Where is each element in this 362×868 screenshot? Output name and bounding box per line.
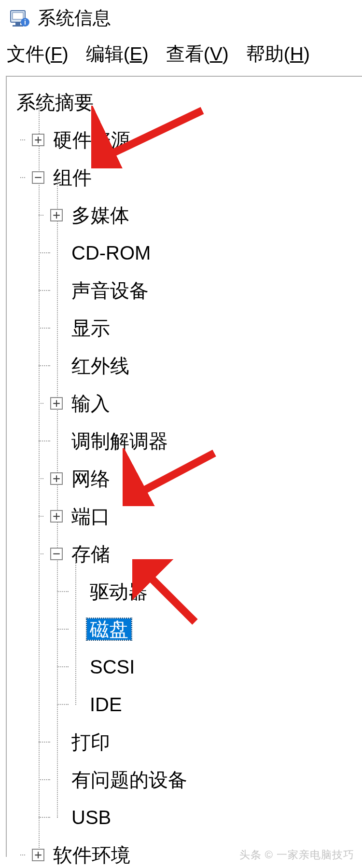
menu-bar: 文件(F) 编辑(E) 查看(V) 帮助(H) bbox=[0, 34, 362, 76]
expand-icon[interactable] bbox=[50, 397, 63, 410]
tree-node-infrared: 红外线 bbox=[50, 347, 362, 385]
svg-rect-1 bbox=[13, 13, 23, 19]
svg-text:i: i bbox=[24, 18, 26, 26]
tree-label-scsi: SCSI bbox=[87, 656, 138, 677]
tree-node-scsi: SCSI bbox=[69, 648, 362, 686]
tree-label-problem-devices: 有问题的设备 bbox=[69, 769, 190, 790]
tree-node-ports: 端口 bbox=[50, 497, 362, 535]
collapse-icon[interactable] bbox=[50, 548, 63, 560]
tree-node-printing: 打印 bbox=[50, 723, 362, 761]
tree-label-printing: 打印 bbox=[69, 731, 113, 753]
tree-label-ports: 端口 bbox=[69, 506, 113, 527]
expand-icon[interactable] bbox=[32, 849, 44, 861]
tree-label-ide: IDE bbox=[87, 694, 125, 715]
menu-edit[interactable]: 编辑(E) bbox=[86, 41, 149, 67]
tree-node-multimedia: 多媒体 bbox=[50, 196, 362, 234]
tree-label-hardware: 硬件资源 bbox=[50, 129, 133, 151]
tree-label-disks: 磁盘 bbox=[87, 619, 131, 640]
menu-file[interactable]: 文件(F) bbox=[7, 41, 69, 67]
tree-label-display: 显示 bbox=[69, 317, 113, 339]
svg-rect-2 bbox=[15, 22, 20, 25]
menu-view[interactable]: 查看(V) bbox=[166, 41, 229, 67]
tree-node-ide: IDE bbox=[69, 686, 362, 723]
expand-icon[interactable] bbox=[50, 510, 63, 523]
title-bar: i 系统信息 bbox=[0, 0, 362, 34]
window-title: 系统信息 bbox=[38, 6, 111, 30]
svg-rect-3 bbox=[13, 25, 23, 27]
tree-node-components: 组件 多媒体 CD-ROM bbox=[32, 159, 362, 836]
system-info-icon: i bbox=[9, 8, 30, 29]
tree-label-cdrom: CD-ROM bbox=[69, 242, 153, 263]
expand-icon[interactable] bbox=[50, 209, 63, 221]
tree-label-modem: 调制解调器 bbox=[69, 430, 171, 452]
tree-node-storage: 存储 驱动器 磁盘 bbox=[50, 535, 362, 723]
tree-label-usb: USB bbox=[69, 807, 114, 828]
tree-panel: 系统摘要 硬件资源 组件 bbox=[6, 76, 362, 857]
tree-label-infrared: 红外线 bbox=[69, 355, 132, 376]
tree-node-network: 网络 bbox=[50, 460, 362, 497]
tree-label-drives: 驱动器 bbox=[87, 581, 151, 602]
tree-label-multimedia: 多媒体 bbox=[69, 205, 132, 226]
collapse-icon[interactable] bbox=[32, 171, 44, 184]
expand-icon[interactable] bbox=[32, 134, 44, 146]
tree-label-software-env: 软件环境 bbox=[50, 844, 133, 866]
tree-node-input: 输入 bbox=[50, 385, 362, 422]
tree-node-drives: 驱动器 bbox=[69, 573, 362, 610]
tree-node-disks: 磁盘 bbox=[69, 610, 362, 648]
menu-help[interactable]: 帮助(H) bbox=[246, 41, 310, 67]
expand-icon[interactable] bbox=[50, 472, 63, 485]
tree-view[interactable]: 系统摘要 硬件资源 组件 bbox=[7, 77, 362, 868]
tree-node-cdrom: CD-ROM bbox=[50, 234, 362, 272]
tree-label-sound: 声音设备 bbox=[69, 280, 152, 301]
tree-root-system-summary: 系统摘要 硬件资源 组件 bbox=[14, 83, 362, 868]
tree-node-sound: 声音设备 bbox=[50, 272, 362, 309]
tree-node-problem-devices: 有问题的设备 bbox=[50, 761, 362, 799]
tree-node-modem: 调制解调器 bbox=[50, 422, 362, 460]
tree-label-network: 网络 bbox=[69, 468, 113, 489]
watermark-text: 头条 © 一家亲电脑技巧 bbox=[239, 848, 354, 862]
tree-node-hardware: 硬件资源 bbox=[32, 121, 362, 159]
tree-label-input: 输入 bbox=[69, 393, 113, 414]
tree-label-system-summary: 系统摘要 bbox=[14, 92, 97, 113]
tree-node-usb: USB bbox=[50, 799, 362, 836]
tree-node-display: 显示 bbox=[50, 309, 362, 347]
